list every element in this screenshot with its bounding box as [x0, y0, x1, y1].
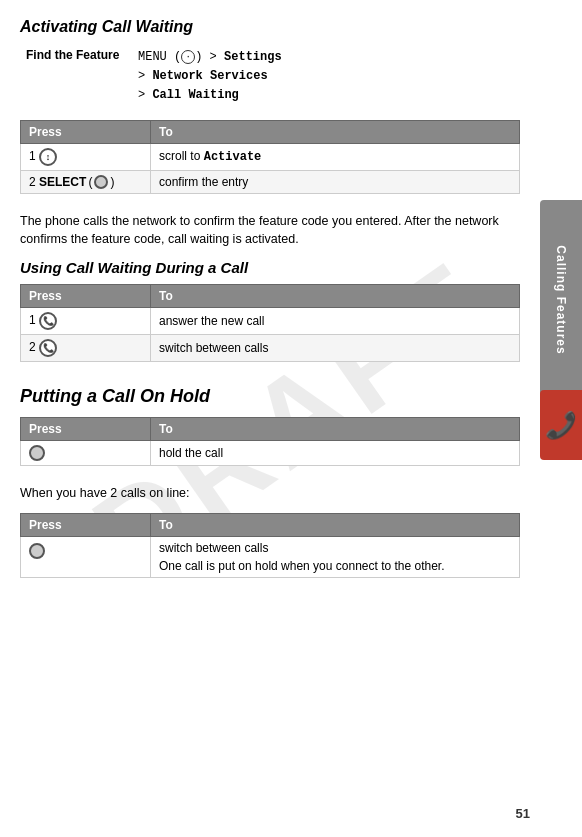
find-feature-path: MENU (·) > Settings > Network Services >… — [134, 46, 518, 108]
using-press-table: Press To 1 📞 answer the new call 2 📞 — [20, 284, 520, 362]
press-header-1: Press — [21, 120, 151, 143]
to-cell: switch between calls — [151, 335, 520, 362]
page-number: 51 — [516, 806, 530, 821]
table-row: 1 📞 answer the new call — [21, 308, 520, 335]
hold-press-table-1: Press To hold the call — [20, 417, 520, 466]
press-header-2: Press — [21, 285, 151, 308]
calling-features-tab: Calling Features — [540, 200, 582, 400]
using-heading: Using Call Waiting During a Call — [20, 259, 520, 276]
table-row: hold the call — [21, 441, 520, 466]
side-tab-label: Calling Features — [554, 245, 568, 354]
find-feature-label: Find the Feature — [22, 46, 132, 108]
table-row: switch between calls One call is put on … — [21, 536, 520, 577]
phone-icon: 📞 — [545, 410, 577, 441]
press-cell — [21, 536, 151, 577]
to-cell: scroll to Activate — [151, 143, 520, 170]
press-cell — [21, 441, 151, 466]
phone-icon-box: 📞 — [540, 390, 582, 460]
activating-heading: Activating Call Waiting — [20, 18, 520, 36]
to-cell: hold the call — [151, 441, 520, 466]
to-header-4: To — [151, 513, 520, 536]
select-button: SELECT () — [39, 175, 114, 189]
hold-description-text: One call is put on hold when you connect… — [159, 559, 511, 573]
table-row: 2 SELECT () confirm the entry — [21, 170, 520, 193]
press-cell: 2 📞 — [21, 335, 151, 362]
table-row: 1 ↕ scroll to Activate — [21, 143, 520, 170]
table-row: 2 📞 switch between calls — [21, 335, 520, 362]
to-cell: answer the new call — [151, 308, 520, 335]
press-cell: 1 ↕ — [21, 143, 151, 170]
center-button-icon-switch — [29, 543, 45, 559]
to-cell: confirm the entry — [151, 170, 520, 193]
scroll-button-icon: ↕ — [39, 148, 57, 166]
hold-heading: Putting a Call On Hold — [20, 386, 520, 407]
call-button-icon-1: 📞 — [39, 312, 57, 330]
press-header-4: Press — [21, 513, 151, 536]
to-header-1: To — [151, 120, 520, 143]
to-header-2: To — [151, 285, 520, 308]
activate-press-table: Press To 1 ↕ scroll to Activate 2 — [20, 120, 520, 194]
when-label: When you have 2 calls on line: — [20, 484, 520, 503]
find-feature-table: Find the Feature MENU (·) > Settings > N… — [20, 44, 520, 110]
press-cell: 2 SELECT () — [21, 170, 151, 193]
press-header-3: Press — [21, 418, 151, 441]
page-wrapper: DRAFT Calling Features 📞 51 Activating C… — [0, 0, 582, 837]
press-cell: 1 📞 — [21, 308, 151, 335]
path-line1: MENU (·) > Settings — [138, 50, 282, 64]
switch-calls-text: switch between calls — [159, 541, 511, 555]
path-line2: > Network Services — [138, 69, 268, 83]
to-header-3: To — [151, 418, 520, 441]
center-button-icon — [94, 175, 108, 189]
activate-paragraph: The phone calls the network to confirm t… — [20, 212, 520, 250]
center-button-icon-hold — [29, 445, 45, 461]
main-content: Activating Call Waiting Find the Feature… — [0, 0, 540, 608]
hold-press-table-2: Press To switch between calls One call i… — [20, 513, 520, 578]
call-button-icon-2: 📞 — [39, 339, 57, 357]
to-cell: switch between calls One call is put on … — [151, 536, 520, 577]
path-line3: > Call Waiting — [138, 88, 239, 102]
